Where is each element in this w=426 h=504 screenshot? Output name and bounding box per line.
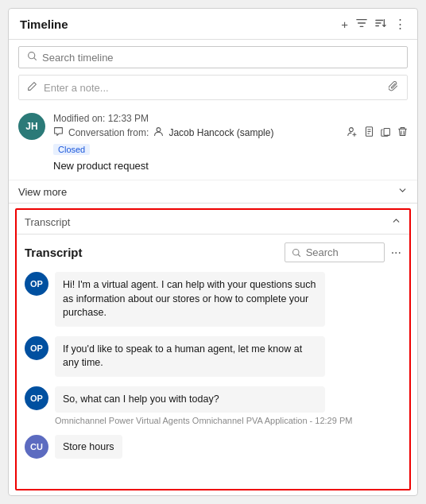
pencil-icon — [27, 81, 37, 94]
conversation-icon — [53, 126, 64, 139]
panel-title: Timeline — [20, 17, 68, 31]
conv-from-label: Conversation from: — [68, 127, 149, 138]
timeline-subject: New product request — [53, 160, 408, 172]
add-icon[interactable]: + — [341, 17, 348, 31]
view-more-row: View more — [9, 180, 417, 204]
search-bar — [18, 46, 408, 68]
conv-actions — [347, 126, 408, 139]
chat-messages: OP Hi! I'm a virtual agent. I can help w… — [25, 272, 401, 459]
more-icon[interactable]: ⋮ — [394, 17, 406, 31]
transcript-section-label: Transcript — [25, 216, 70, 228]
header-actions: + ⋮ — [341, 17, 406, 31]
svg-point-1 — [157, 128, 161, 132]
chat-bubble-1: Hi! I'm a virtual agent. I can help with… — [55, 272, 325, 327]
svg-point-2 — [349, 128, 353, 132]
transcript-section: Transcript Transcript — [15, 208, 411, 490]
filter-icon[interactable] — [356, 17, 367, 31]
timeline-content: Modified on: 12:33 PM Conversation from:… — [53, 113, 408, 173]
panel-header: Timeline + ⋮ — [9, 9, 417, 40]
view-more-link[interactable]: View more — [18, 186, 67, 198]
chat-message-1: OP Hi! I'm a virtual agent. I can help w… — [25, 272, 401, 327]
chevron-down-icon[interactable] — [397, 185, 408, 198]
conversation-row: Conversation from: Jacob Hancock (sample… — [53, 126, 408, 139]
note-placeholder-text: Enter a note... — [44, 82, 109, 94]
assign-icon[interactable] — [347, 126, 358, 139]
chat-message-4: CU Store hours — [25, 435, 401, 459]
op-avatar-2: OP — [25, 336, 48, 360]
timeline-item: JH Modified on: 12:33 PM Conversation fr… — [9, 107, 417, 180]
search-timeline-input[interactable] — [42, 52, 399, 64]
paperclip-icon[interactable] — [389, 81, 399, 94]
person-name: Jacob Hancock (sample) — [168, 127, 273, 138]
transcript-toolbar: Transcript ··· — [25, 242, 401, 262]
chat-message-3: OP So, what can I help you with today? O… — [25, 386, 401, 426]
svg-rect-4 — [384, 128, 389, 135]
transcript-search-bar — [285, 242, 385, 262]
transcript-collapse-icon[interactable] — [391, 215, 401, 228]
delete-icon[interactable] — [397, 126, 408, 139]
transcript-search-input[interactable] — [306, 246, 378, 258]
timeline-panel: Timeline + ⋮ — [8, 8, 418, 496]
chat-bubble-4: Store hours — [55, 435, 122, 459]
chat-meta-3: Omnichannel Power Virtual Agents Omnicha… — [55, 416, 352, 425]
note-bar: Enter a note... — [18, 75, 408, 100]
status-badge: Closed — [53, 144, 90, 155]
transcript-section-header: Transcript — [17, 210, 409, 235]
op-avatar-3: OP — [25, 386, 48, 410]
transcript-more-icon[interactable]: ··· — [391, 246, 401, 260]
chat-bubble-2: If you'd like to speak to a human agent,… — [55, 336, 325, 377]
transcript-title: Transcript — [25, 246, 83, 259]
copy-icon[interactable] — [381, 126, 391, 139]
sort-icon[interactable] — [375, 17, 386, 31]
chat-bubble-3: So, what can I help you with today? — [55, 386, 325, 413]
page-icon[interactable] — [364, 126, 374, 139]
modified-on-text: Modified on: 12:33 PM — [53, 113, 408, 124]
search-icon — [27, 51, 37, 64]
transcript-search-icon — [292, 248, 301, 258]
chat-message-2: OP If you'd like to speak to a human age… — [25, 336, 401, 377]
cu-avatar: CU — [25, 435, 48, 459]
person-icon — [153, 126, 164, 139]
avatar: JH — [18, 113, 45, 140]
op-avatar-1: OP — [25, 272, 48, 296]
transcript-inner: Transcript ··· OP — [17, 235, 409, 489]
